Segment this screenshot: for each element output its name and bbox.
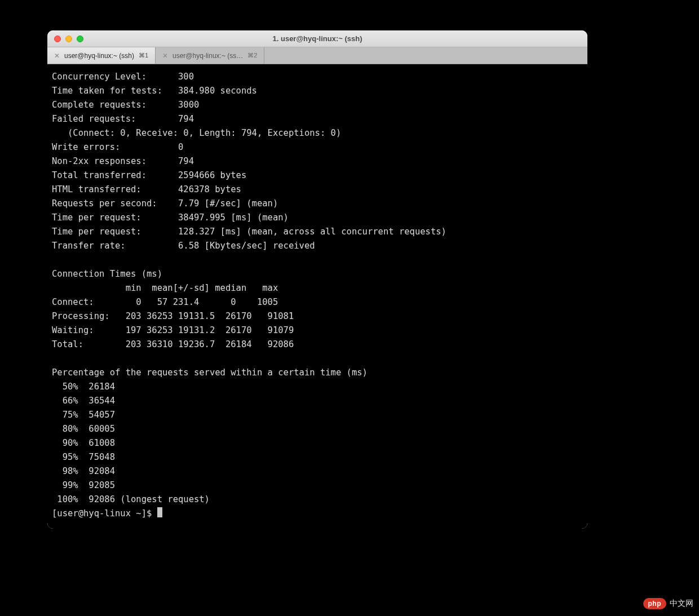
output-line: Total transferred: 2594666 bytes (52, 170, 246, 180)
cursor-icon (157, 507, 162, 517)
tab-shortcut: ⌘2 (247, 52, 257, 59)
output-line: Percentage of the requests served within… (52, 367, 368, 378)
output-line: min mean[+/-sd] median max (52, 283, 278, 293)
output-line: Requests per second: 7.79 [#/sec] (mean) (52, 198, 278, 209)
output-line: 90% 61008 (52, 438, 115, 448)
minimize-window-button[interactable] (65, 36, 72, 42)
watermark: php 中文网 (643, 598, 694, 609)
close-window-button[interactable] (54, 36, 61, 42)
output-line: 75% 54057 (52, 410, 115, 420)
output-line: Time per request: 128.327 [ms] (mean, ac… (52, 227, 446, 237)
output-line: Waiting: 197 36253 19131.2 26170 91079 (52, 325, 294, 335)
output-line: Concurrency Level: 300 (52, 72, 194, 82)
tab-label: user@hyq-linux:~ (ss… (172, 52, 243, 60)
output-line: Connect: 0 57 231.4 0 1005 (52, 297, 278, 307)
watermark-badge: php (643, 598, 667, 609)
output-line: Complete requests: 3000 (52, 100, 199, 110)
output-line: Total: 203 36310 19236.7 26184 92086 (52, 339, 294, 349)
terminal-window: 1. user@hyq-linux:~ (ssh) ✕ user@hyq-lin… (47, 30, 587, 529)
tab-label: user@hyq-linux:~ (ssh) (64, 52, 134, 60)
output-line: Failed requests: 794 (52, 114, 194, 124)
output-line: (Connect: 0, Receive: 0, Length: 794, Ex… (52, 128, 341, 138)
terminal-output[interactable]: Concurrency Level: 300 Time taken for te… (47, 64, 587, 529)
output-line: 95% 75048 (52, 452, 115, 462)
close-tab-icon[interactable]: ✕ (54, 52, 60, 60)
output-line: Time taken for tests: 384.980 seconds (52, 86, 257, 96)
tab-ssh-1[interactable]: ✕ user@hyq-linux:~ (ssh) ⌘1 (47, 47, 156, 64)
output-line: Transfer rate: 6.58 [Kbytes/sec] receive… (52, 241, 315, 251)
tab-ssh-2[interactable]: ✕ user@hyq-linux:~ (ss… ⌘2 (156, 47, 264, 64)
output-line: 50% 26184 (52, 382, 115, 392)
tab-bar: ✕ user@hyq-linux:~ (ssh) ⌘1 ✕ user@hyq-l… (47, 47, 587, 64)
output-line: 98% 92084 (52, 466, 115, 476)
output-line: Processing: 203 36253 19131.5 26170 9108… (52, 311, 294, 321)
window-title: 1. user@hyq-linux:~ (ssh) (47, 34, 587, 43)
output-line: 66% 36544 (52, 396, 115, 406)
output-line: 99% 92085 (52, 480, 115, 490)
output-line: Write errors: 0 (52, 142, 183, 152)
output-line: Connection Times (ms) (52, 269, 162, 279)
maximize-window-button[interactable] (77, 36, 83, 42)
watermark-text: 中文网 (670, 599, 693, 609)
traffic-lights (47, 36, 83, 42)
output-line: 100% 92086 (longest request) (52, 494, 210, 504)
output-line: 80% 60005 (52, 424, 115, 434)
tab-shortcut: ⌘1 (139, 52, 148, 59)
title-bar[interactable]: 1. user@hyq-linux:~ (ssh) (47, 30, 587, 47)
output-line: HTML transferred: 426378 bytes (52, 184, 241, 194)
close-tab-icon[interactable]: ✕ (162, 52, 168, 60)
shell-prompt[interactable]: [user@hyq-linux ~]$ (52, 508, 157, 518)
output-line: Non-2xx responses: 794 (52, 156, 194, 166)
output-line: Time per request: 38497.995 [ms] (mean) (52, 212, 289, 223)
